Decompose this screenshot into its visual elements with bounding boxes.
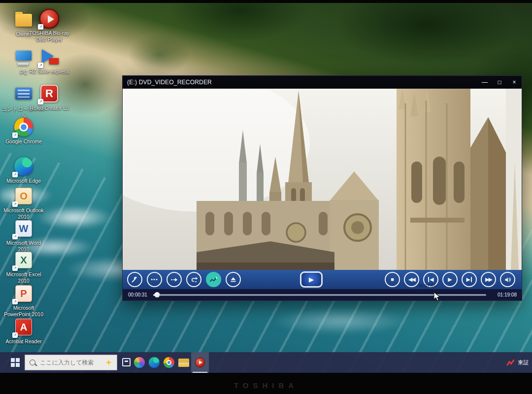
edge-icon bbox=[149, 357, 160, 368]
stop-button[interactable]: ■ bbox=[385, 272, 400, 287]
cathedral-video-frame bbox=[123, 89, 522, 270]
taskbar-photos-app[interactable] bbox=[132, 352, 147, 373]
tray-ticker-label: 東証 bbox=[518, 359, 529, 366]
shortcut-arrow-icon bbox=[12, 332, 18, 338]
taskbar-file-explorer[interactable] bbox=[176, 352, 191, 373]
excel-icon: X bbox=[15, 252, 32, 268]
chapter-time-label: 01:07:01 bbox=[419, 283, 436, 288]
desktop-icon-label: Google Chrome bbox=[0, 138, 47, 145]
more-options-button[interactable]: ••• bbox=[147, 272, 162, 287]
rewind-icon: ◀◀ bbox=[408, 277, 415, 282]
search-icon bbox=[30, 360, 35, 365]
play-button[interactable]: ▶ bbox=[442, 272, 458, 287]
dot-arrow-icon bbox=[170, 276, 178, 283]
shortcut-arrow-icon bbox=[12, 172, 18, 177]
window-title: (E:) DVD_VIDEO_RECORDER bbox=[123, 79, 212, 86]
skip-forward-button[interactable] bbox=[166, 272, 182, 287]
desktop-icon-toshiba-player[interactable]: TOSHIBA Blu-ray Disc Player bbox=[26, 9, 73, 42]
desktop-icon-edge[interactable]: Microsoft Edge bbox=[0, 157, 47, 184]
desktop-icon-excel[interactable]: X Microsoft Excel 2010 bbox=[0, 250, 47, 284]
monitor-screen: Owner PC コントロール パネル Google Chrome Micros… bbox=[0, 3, 532, 373]
desktop-icon-outlook[interactable]: O Microsoft Outlook 2010 bbox=[0, 186, 47, 220]
desktop-icon-label: Microsoft Excel 2010 bbox=[0, 271, 47, 284]
prev-icon: ◀ bbox=[430, 277, 433, 282]
stop-icon: ■ bbox=[391, 277, 394, 282]
rewind-button[interactable]: ◀◀ bbox=[404, 272, 419, 287]
task-view-button[interactable] bbox=[122, 358, 131, 366]
shortcut-arrow-icon bbox=[12, 201, 18, 207]
shortcut-arrow-icon bbox=[12, 234, 18, 239]
bar-icon bbox=[428, 277, 430, 282]
desktop-icon-label: Microsoft PowerPoint 2010 bbox=[0, 305, 47, 317]
desktop-icon-chrome[interactable]: Google Chrome bbox=[0, 117, 47, 145]
eject-icon bbox=[230, 276, 237, 283]
taskbar-chrome[interactable] bbox=[162, 352, 176, 373]
desktop-icon-label: Microsoft Edge bbox=[0, 178, 47, 184]
eject-button[interactable] bbox=[226, 272, 241, 287]
dvd-player-window: (E:) DVD_VIDEO_RECORDER — □ × bbox=[122, 75, 522, 301]
desktop-icon-powerpoint[interactable]: P Microsoft PowerPoint 2010 bbox=[0, 284, 47, 317]
desktop-icon-label: Roxio Creator LJ bbox=[26, 105, 73, 111]
seek-thumb[interactable] bbox=[155, 292, 160, 297]
taskbar-apps bbox=[132, 352, 209, 373]
return-arrow-icon bbox=[190, 276, 198, 283]
fast-forward-icon: ▶▶ bbox=[485, 277, 492, 282]
monitor-photo: { "monitor": { "brand_label": "TOSHIBA" … bbox=[0, 0, 532, 394]
volume-button[interactable] bbox=[500, 272, 515, 287]
bar-icon bbox=[471, 277, 472, 282]
elapsed-time: 00:00:31 bbox=[128, 292, 147, 297]
start-button[interactable] bbox=[6, 352, 25, 373]
shortcut-arrow-icon bbox=[38, 24, 43, 30]
player-logo-button[interactable]: ▶ bbox=[300, 271, 323, 288]
file-explorer-icon bbox=[178, 359, 189, 367]
outlook-icon: O bbox=[15, 188, 32, 204]
close-button[interactable]: × bbox=[507, 76, 522, 89]
seek-row: 00:00:31 01:19:08 bbox=[123, 289, 522, 300]
bluray-player-icon bbox=[195, 358, 205, 367]
desktop-icon-label: Microsoft Outlook 2010 bbox=[0, 207, 47, 220]
desktop-icon-label: RZ Suite express bbox=[26, 68, 73, 75]
play-logo-icon: ▶ bbox=[309, 276, 314, 283]
fast-forward-button[interactable]: ▶▶ bbox=[481, 272, 496, 287]
jump-plus-button[interactable] bbox=[206, 272, 221, 287]
duration-time: 01:19:08 bbox=[498, 292, 517, 297]
player-control-bar: ••• bbox=[123, 270, 522, 289]
squiggle-arrow-plus-icon bbox=[209, 276, 218, 283]
video-viewport[interactable] bbox=[123, 89, 522, 270]
shortcut-arrow-icon bbox=[38, 99, 43, 104]
highlights-sparkle-icon[interactable] bbox=[105, 360, 112, 366]
window-titlebar[interactable]: (E:) DVD_VIDEO_RECORDER — □ × bbox=[123, 76, 522, 89]
shortcut-arrow-icon bbox=[38, 63, 43, 68]
taskbar: 東証 bbox=[0, 352, 532, 373]
desktop-icon-acrobat[interactable]: A Acrobat Reader bbox=[0, 317, 47, 345]
chrome-icon bbox=[164, 357, 174, 368]
taskbar-edge[interactable] bbox=[147, 352, 162, 373]
stock-ticker-icon bbox=[506, 359, 515, 366]
desktop-icon-roxio[interactable]: R Roxio Creator LJ bbox=[26, 84, 73, 111]
pinwheel-app-icon bbox=[134, 357, 145, 368]
wrench-icon bbox=[131, 276, 138, 283]
shortcut-arrow-icon bbox=[12, 265, 18, 271]
search-input[interactable] bbox=[39, 359, 105, 366]
minimize-button[interactable]: — bbox=[477, 76, 492, 89]
taskbar-toshiba-player-active[interactable] bbox=[191, 352, 209, 373]
monitor-brand-label: TOSHIBA bbox=[0, 381, 532, 390]
ellipsis-icon: ••• bbox=[151, 277, 158, 282]
next-chapter-button[interactable]: ▶ bbox=[462, 272, 477, 287]
desktop-icon-word[interactable]: W Microsoft Word 2010 bbox=[0, 219, 47, 252]
desktop-icon-label: Acrobat Reader bbox=[0, 338, 47, 345]
powerpoint-icon: P bbox=[15, 285, 32, 302]
speaker-icon bbox=[504, 276, 511, 283]
maximize-button[interactable]: □ bbox=[492, 76, 507, 89]
settings-button[interactable] bbox=[127, 272, 142, 287]
windows-logo-icon bbox=[11, 358, 20, 367]
return-button[interactable] bbox=[186, 272, 201, 287]
mouse-cursor bbox=[433, 292, 441, 302]
desktop-icon-label: TOSHIBA Blu-ray Disc Player bbox=[26, 30, 73, 42]
shortcut-arrow-icon bbox=[12, 132, 18, 138]
taskbar-search[interactable] bbox=[25, 355, 117, 370]
word-icon: W bbox=[15, 220, 32, 237]
system-tray[interactable]: 東証 bbox=[506, 352, 529, 373]
desktop-icon-rz-suite[interactable]: RZ Suite express bbox=[26, 47, 73, 75]
shortcut-arrow-icon bbox=[12, 299, 18, 304]
